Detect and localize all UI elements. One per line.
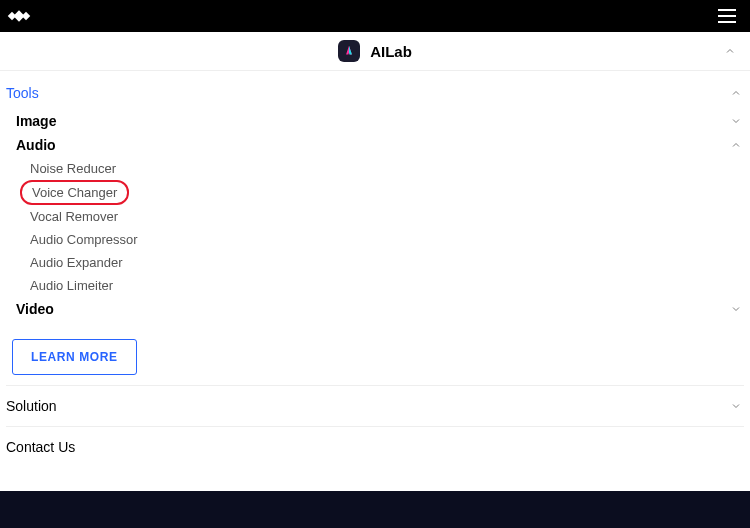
- footer-dark: [0, 491, 750, 528]
- item-noise-reducer[interactable]: Noise Reducer: [30, 157, 116, 180]
- item-audio-expander[interactable]: Audio Expander: [30, 251, 123, 274]
- tools-subgroups: Image Audio Noise Reducer Voice Changer …: [6, 109, 744, 321]
- item-audio-limiter[interactable]: Audio Limeiter: [30, 274, 113, 297]
- hamburger-menu-icon[interactable]: [714, 5, 740, 27]
- brand-logo[interactable]: [10, 12, 28, 20]
- chevron-down-icon: [728, 301, 744, 317]
- item-audio-compressor[interactable]: Audio Compressor: [30, 228, 138, 251]
- app-title: AILab: [370, 43, 412, 60]
- group-video-label: Video: [16, 301, 54, 317]
- app-icon: [338, 40, 360, 62]
- nav-section-solution[interactable]: Solution: [6, 385, 744, 426]
- chevron-down-icon: [728, 113, 744, 129]
- tools-label: Tools: [6, 85, 39, 101]
- group-video[interactable]: Video: [16, 297, 744, 321]
- nav-section-tools[interactable]: Tools: [6, 77, 744, 109]
- contact-label: Contact Us: [6, 439, 75, 455]
- group-image[interactable]: Image: [16, 109, 744, 133]
- chevron-up-icon: [728, 85, 744, 101]
- item-vocal-remover[interactable]: Vocal Remover: [30, 205, 118, 228]
- chevron-up-icon: [728, 137, 744, 153]
- chevron-up-icon: [722, 43, 738, 59]
- topbar: [0, 0, 750, 32]
- item-voice-changer[interactable]: Voice Changer: [20, 180, 129, 205]
- nav-section-contact[interactable]: Contact Us: [6, 426, 744, 467]
- group-audio[interactable]: Audio: [16, 133, 744, 157]
- solution-label: Solution: [6, 398, 57, 414]
- audio-items: Noise Reducer Voice Changer Vocal Remove…: [16, 157, 744, 297]
- group-audio-label: Audio: [16, 137, 56, 153]
- chevron-down-icon: [728, 398, 744, 414]
- app-title-row[interactable]: AILab: [0, 32, 750, 71]
- group-image-label: Image: [16, 113, 56, 129]
- content: Tools Image Audio Noise Reducer Voice Ch…: [0, 71, 750, 487]
- learn-more-button[interactable]: LEARN MORE: [12, 339, 137, 375]
